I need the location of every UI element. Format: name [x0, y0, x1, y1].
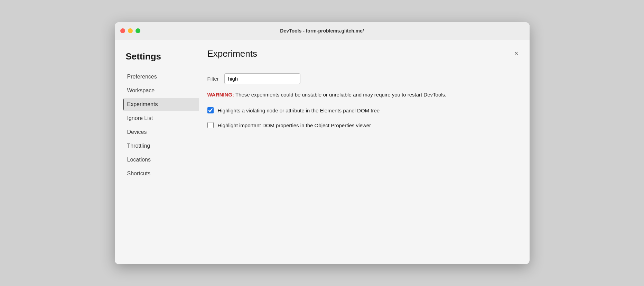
- sidebar-item-experiments[interactable]: Experiments: [123, 98, 199, 111]
- sidebar: Settings Preferences Workspace Experimen…: [123, 48, 199, 256]
- titlebar: DevTools - form-problems.glitch.me/: [115, 22, 530, 40]
- close-traffic-light[interactable]: [120, 28, 125, 33]
- sidebar-item-shortcuts[interactable]: Shortcuts: [123, 167, 199, 180]
- panel-title: Experiments: [207, 48, 513, 59]
- main-panel: × Experiments Filter WARNING: These expe…: [199, 48, 521, 256]
- sidebar-item-locations[interactable]: Locations: [123, 153, 199, 166]
- checkbox-highlights-violating[interactable]: [207, 107, 214, 113]
- minimize-traffic-light[interactable]: [128, 28, 133, 33]
- content-area: Settings Preferences Workspace Experimen…: [115, 40, 530, 264]
- window-title: DevTools - form-problems.glitch.me/: [280, 28, 364, 34]
- traffic-lights: [120, 28, 140, 33]
- checkbox-label-2: Highlight important DOM properties in th…: [218, 122, 371, 130]
- sidebar-item-ignore-list[interactable]: Ignore List: [123, 112, 199, 125]
- checkbox-highlight-important[interactable]: [207, 122, 214, 128]
- sidebar-item-workspace[interactable]: Workspace: [123, 84, 199, 97]
- sidebar-item-preferences[interactable]: Preferences: [123, 70, 199, 83]
- maximize-traffic-light[interactable]: [136, 28, 140, 33]
- warning-message: These experiments could be unstable or u…: [234, 92, 446, 98]
- warning-label: WARNING:: [207, 92, 234, 98]
- checkbox-item-1: Highlights a violating node or attribute…: [207, 107, 513, 115]
- devtools-window: DevTools - form-problems.glitch.me/ Sett…: [115, 22, 530, 264]
- sidebar-item-devices[interactable]: Devices: [123, 126, 199, 139]
- checkbox-label-1: Highlights a violating node or attribute…: [218, 107, 380, 115]
- sidebar-item-throttling[interactable]: Throttling: [123, 139, 199, 153]
- checkbox-item-2: Highlight important DOM properties in th…: [207, 122, 513, 130]
- warning-text: WARNING: These experiments could be unst…: [207, 91, 513, 99]
- sidebar-heading: Settings: [123, 51, 199, 62]
- close-button[interactable]: ×: [512, 48, 521, 58]
- panel-divider: [207, 65, 513, 65]
- filter-label: Filter: [207, 76, 219, 82]
- filter-input[interactable]: [224, 73, 300, 84]
- filter-row: Filter: [207, 73, 513, 84]
